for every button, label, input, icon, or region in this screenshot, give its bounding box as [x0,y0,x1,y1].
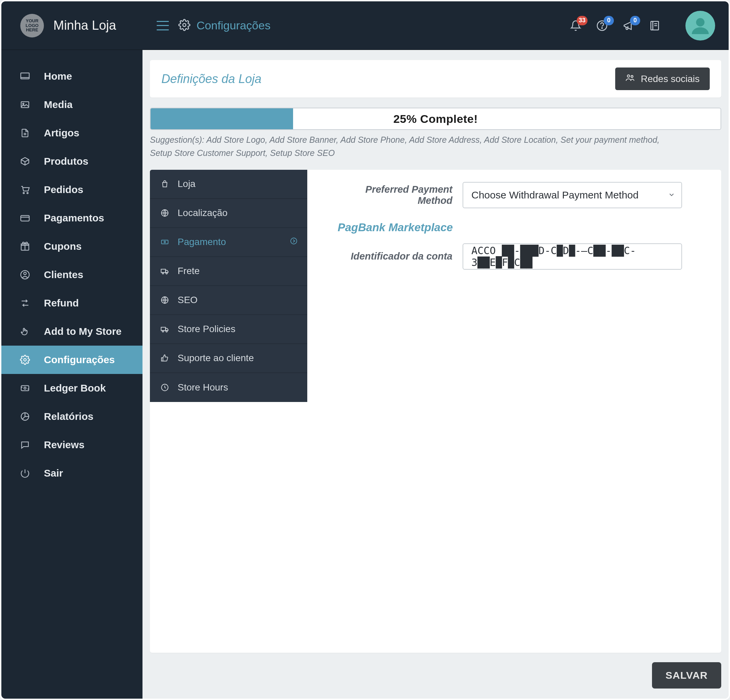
tab-shipping[interactable]: Frete [150,257,307,286]
svg-rect-22 [21,386,29,391]
page-header-card: Definições da Loja Redes sociais [150,60,721,98]
sidebar-item-products[interactable]: Produtos [1,147,143,175]
box-icon [19,156,31,166]
sidebar-item-label: Reviews [44,439,85,451]
refund-icon [19,298,31,308]
chart-icon [19,411,31,421]
sidebar-item-customers[interactable]: Clientes [1,261,143,289]
social-btn-label: Redes sociais [641,74,699,85]
tab-label: Frete [178,265,200,276]
settings-tabs: Loja Localização Pagamento Frete [150,170,307,402]
sidebar-item-label: Clientes [44,269,83,280]
help-badge: 0 [604,16,614,25]
pointer-icon [19,327,31,337]
svg-point-14 [27,192,28,194]
save-button[interactable]: SALVAR [652,662,721,688]
sidebar-item-payments[interactable]: Pagamentos [1,204,143,232]
logo-placeholder-text: YOUR LOGO HERE [26,19,38,32]
svg-point-6 [696,18,705,26]
tab-policies[interactable]: Store Policies [150,315,307,344]
chat-icon [19,440,31,450]
tab-label: Localização [178,207,228,218]
account-id-input[interactable]: ACCO_██-███D-C█D█-—C██-██C-3██E█F█C██ [463,244,682,270]
tab-store[interactable]: Loja [150,170,307,199]
page-header-title: Definições da Loja [161,72,261,86]
svg-point-2 [602,27,602,28]
sidebar-item-settings[interactable]: Configurações [1,346,143,374]
sidebar-item-logout[interactable]: Sair [1,459,143,487]
monitor-icon [19,71,31,81]
sidebar-item-media[interactable]: Media [1,90,143,119]
settings-form: Preferred Payment Method Choose Withdraw… [307,170,721,653]
ledger-icon [19,383,31,393]
sidebar-item-ledger[interactable]: Ledger Book [1,374,143,402]
card-icon [19,213,31,223]
sidebar-item-label: Relatórios [44,411,93,422]
tab-hours[interactable]: Store Hours [150,373,307,402]
svg-point-10 [23,103,24,105]
sidebar-item-orders[interactable]: Pedidos [1,175,143,204]
sidebar-item-refund[interactable]: Refund [1,289,143,317]
svg-point-32 [164,241,165,243]
announce-icon[interactable]: 0 [623,20,634,31]
svg-point-29 [631,76,633,77]
svg-rect-15 [21,216,29,221]
svg-rect-38 [161,327,165,331]
sidebar-item-label: Ledger Book [44,382,106,394]
tab-support[interactable]: Suporte ao cliente [150,344,307,373]
svg-point-0 [182,23,186,26]
money-icon [159,238,170,246]
help-icon[interactable]: 0 [596,20,608,31]
sidebar-item-label: Pagamentos [44,212,104,224]
notifications-icon[interactable]: 33 [570,20,581,31]
sidebar-item-reviews[interactable]: Reviews [1,431,143,459]
svg-point-35 [162,273,164,274]
svg-point-13 [23,192,24,194]
image-icon [19,99,31,110]
tab-label: Pagamento [178,236,226,247]
clock-icon [159,383,170,392]
tab-payment[interactable]: Pagamento [150,228,307,257]
sidebar-item-label: Media [44,99,73,110]
select-value: Choose Withdrawal Payment Method [472,190,638,201]
svg-rect-34 [161,269,165,273]
svg-point-39 [162,330,164,332]
svg-point-40 [166,330,167,332]
tab-location[interactable]: Localização [150,199,307,228]
svg-rect-31 [161,240,168,244]
sidebar-item-label: Home [44,70,72,82]
svg-point-33 [291,238,297,244]
sidebar-item-label: Sair [44,467,63,479]
bag-icon [159,179,170,188]
file-icon [19,128,31,138]
globe-icon [159,209,170,217]
truck-icon [159,267,170,276]
docs-icon[interactable] [649,20,660,31]
menu-toggle-icon[interactable] [157,21,169,31]
gift-icon [19,241,31,251]
thumbs-up-icon [159,354,170,363]
pagbank-heading: PagBank Marketplace [338,221,702,234]
sidebar-item-label: Configurações [44,354,115,366]
preferred-method-select[interactable]: Choose Withdrawal Payment Method [463,182,682,208]
progress-label: 25% Complete! [150,108,721,129]
tab-label: Suporte ao cliente [178,353,254,363]
svg-point-20 [23,273,26,275]
truck-icon [159,325,170,334]
sidebar-item-articles[interactable]: Artigos [1,119,143,147]
sidebar-item-label: Artigos [44,127,79,139]
social-networks-button[interactable]: Redes sociais [615,67,710,90]
page-title: Configurações [197,19,270,32]
sidebar-item-coupons[interactable]: Cupons [1,232,143,261]
user-avatar[interactable] [685,11,715,41]
sidebar-item-label: Pedidos [44,184,83,195]
sidebar-item-reports[interactable]: Relatórios [1,402,143,431]
sidebar-item-label: Refund [44,298,79,309]
svg-point-28 [627,75,630,77]
sidebar: Home Media Artigos Produtos Pedidos Paga… [1,50,143,699]
sidebar-item-add-store[interactable]: Add to My Store [1,317,143,346]
tab-seo[interactable]: SEO [150,286,307,315]
sidebar-item-label: Produtos [44,156,89,167]
sidebar-item-home[interactable]: Home [1,62,143,90]
users-icon [625,73,635,85]
